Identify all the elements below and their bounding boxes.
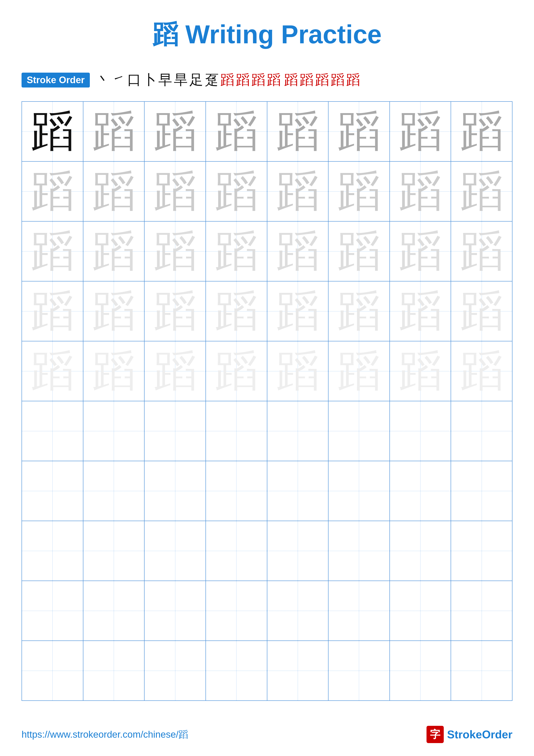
grid-cell: 蹈	[144, 281, 206, 341]
grid-cell: 蹈	[328, 161, 390, 221]
grid-cell: 蹈	[451, 221, 512, 281]
grid-cell: 蹈	[206, 161, 267, 221]
grid-cell: 蹈	[451, 101, 512, 161]
grid-cell	[267, 401, 328, 461]
grid-row-6	[22, 401, 512, 461]
stroke-11: 蹈	[251, 72, 265, 88]
stroke-10: 蹈	[236, 72, 250, 88]
grid-cell: 蹈	[451, 161, 512, 221]
grid-cell	[328, 641, 390, 701]
stroke-8: 趸	[205, 72, 219, 88]
grid-cell	[328, 581, 390, 641]
grid-cell	[22, 401, 83, 461]
stroke-14: 蹈	[300, 72, 314, 88]
grid-cell: 蹈	[206, 281, 267, 341]
grid-cell: 蹈	[22, 101, 83, 161]
title-section: 蹈 Writing Practice	[0, 0, 534, 65]
grid-row-4: 蹈 蹈 蹈 蹈 蹈 蹈 蹈 蹈	[22, 281, 512, 341]
grid-cell	[328, 521, 390, 581]
grid-cell	[267, 521, 328, 581]
grid-cell	[144, 401, 206, 461]
stroke-16: 蹈	[331, 72, 344, 88]
grid-cell: 蹈	[451, 341, 512, 401]
grid-cell: 蹈	[206, 101, 267, 161]
grid-cell: 蹈	[144, 221, 206, 281]
grid-cell	[451, 641, 512, 701]
grid-cell	[328, 401, 390, 461]
grid-row-9	[22, 581, 512, 641]
grid-cell: 蹈	[267, 101, 328, 161]
grid-cell	[451, 461, 512, 521]
stroke-order-badge: Stroke Order	[21, 73, 90, 88]
grid-cell	[390, 521, 451, 581]
grid-cell: 蹈	[144, 341, 206, 401]
grid-cell: 蹈	[328, 221, 390, 281]
grid-cell: 蹈	[328, 341, 390, 401]
stroke-4: 卜	[143, 72, 157, 88]
stroke-order-row: Stroke Order 丶 ㇀ 口 卜 早 旱 足 趸 蹈 蹈 蹈 蹈 蹈 蹈…	[21, 72, 513, 88]
grid-cell	[206, 401, 267, 461]
grid-cell	[390, 461, 451, 521]
grid-cell	[83, 521, 144, 581]
grid-cell	[83, 581, 144, 641]
grid-cell	[390, 581, 451, 641]
grid-cell	[206, 641, 267, 701]
grid-cell	[390, 641, 451, 701]
grid-cell: 蹈	[267, 281, 328, 341]
grid-row-1: 蹈 蹈 蹈 蹈 蹈 蹈 蹈 蹈	[22, 101, 512, 161]
page-title: 蹈 Writing Practice	[0, 17, 534, 52]
grid-cell: 蹈	[83, 341, 144, 401]
stroke-9: 蹈	[220, 72, 234, 88]
grid-cell: 蹈	[206, 221, 267, 281]
footer-logo: 字 StrokeOrder	[426, 726, 513, 743]
grid-cell	[451, 521, 512, 581]
grid-cell: 蹈	[83, 281, 144, 341]
grid-cell	[267, 461, 328, 521]
grid-row-7	[22, 461, 512, 521]
footer-url: https://www.strokeorder.com/chinese/蹈	[21, 728, 188, 741]
grid-row-8	[22, 521, 512, 581]
title-char: 蹈	[152, 20, 178, 49]
grid-cell: 蹈	[390, 161, 451, 221]
grid-cell: 蹈	[22, 281, 83, 341]
grid-cell: 蹈	[328, 281, 390, 341]
logo-icon: 字	[426, 726, 444, 743]
grid-cell: 蹈	[390, 101, 451, 161]
grid-cell	[328, 461, 390, 521]
practice-section: 蹈 蹈 蹈 蹈 蹈 蹈 蹈 蹈 蹈 蹈 蹈 蹈 蹈 蹈 蹈 蹈 蹈 蹈 蹈 蹈 …	[0, 97, 534, 705]
grid-cell: 蹈	[144, 161, 206, 221]
grid-cell	[267, 641, 328, 701]
stroke-1: 丶	[96, 72, 110, 88]
title-label: Writing Practice	[185, 20, 381, 49]
grid-cell	[22, 641, 83, 701]
grid-row-10	[22, 641, 512, 701]
grid-cell: 蹈	[390, 221, 451, 281]
grid-cell: 蹈	[144, 101, 206, 161]
grid-cell: 蹈	[83, 221, 144, 281]
grid-cell	[83, 641, 144, 701]
grid-cell: 蹈	[267, 221, 328, 281]
grid-cell: 蹈	[390, 281, 451, 341]
grid-cell: 蹈	[83, 101, 144, 161]
grid-cell: 蹈	[390, 341, 451, 401]
stroke-5: 早	[158, 72, 172, 88]
stroke-15: 蹈	[315, 72, 329, 88]
grid-cell: 蹈	[451, 281, 512, 341]
stroke-17: 蹈	[346, 72, 360, 88]
grid-cell: 蹈	[83, 161, 144, 221]
grid-cell: 蹈	[267, 341, 328, 401]
practice-grid: 蹈 蹈 蹈 蹈 蹈 蹈 蹈 蹈 蹈 蹈 蹈 蹈 蹈 蹈 蹈 蹈 蹈 蹈 蹈 蹈 …	[21, 101, 513, 701]
grid-cell: 蹈	[22, 161, 83, 221]
grid-cell	[206, 521, 267, 581]
grid-cell	[206, 581, 267, 641]
grid-cell: 蹈	[206, 341, 267, 401]
grid-cell	[22, 521, 83, 581]
grid-row-3: 蹈 蹈 蹈 蹈 蹈 蹈 蹈 蹈	[22, 221, 512, 281]
grid-cell	[22, 581, 83, 641]
grid-cell	[451, 581, 512, 641]
stroke-12: 蹈	[267, 72, 281, 88]
stroke-7: 足	[189, 72, 203, 88]
grid-cell	[144, 641, 206, 701]
logo-text: StrokeOrder	[447, 728, 513, 741]
footer: https://www.strokeorder.com/chinese/蹈 字 …	[0, 726, 534, 743]
